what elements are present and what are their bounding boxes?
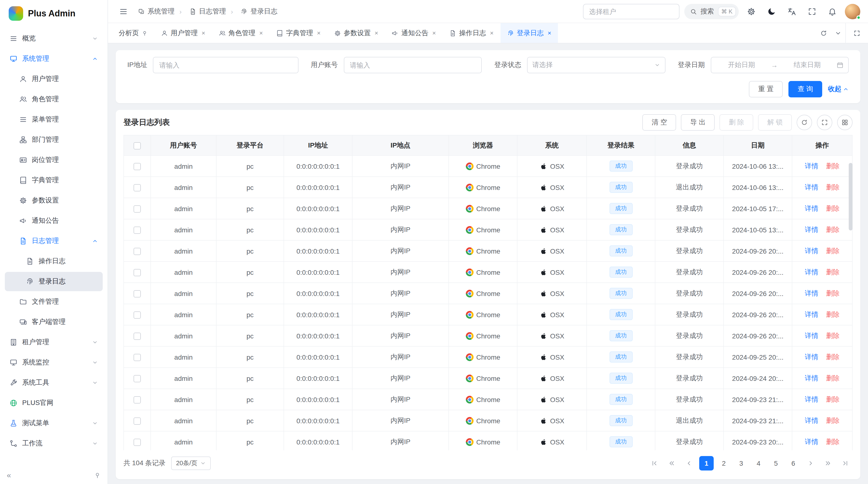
tab-close-icon[interactable]: × [202,29,205,37]
dark-mode-moon-icon[interactable] [764,4,779,19]
detail-link[interactable]: 详情 [805,310,818,318]
sidebar-menu-item[interactable]: 通知公告 [5,211,103,230]
sidebar-menu-item[interactable]: 工作流 [5,434,103,453]
ip-address-input[interactable] [153,57,298,73]
toolbar-button[interactable]: 导 出 [681,114,715,131]
breadcrumb-item[interactable]: 系统管理 [138,7,175,16]
delete-link[interactable]: 删除 [826,438,840,445]
row-checkbox[interactable] [133,417,141,425]
delete-link[interactable]: 删除 [826,310,840,318]
row-checkbox[interactable] [133,227,141,234]
sidebar-menu-item[interactable]: 系统工具 [5,373,103,392]
tab-close-icon[interactable]: × [375,29,378,37]
row-checkbox[interactable] [133,290,141,297]
delete-link[interactable]: 删除 [826,204,840,212]
login-date-range-picker[interactable]: 开始日期 → 结束日期 [711,57,849,73]
detail-link[interactable]: 详情 [805,162,818,169]
page-number-button[interactable]: 6 [786,456,801,471]
toolbar-button[interactable]: 删 除 [719,114,753,131]
jump-back-button[interactable] [664,456,679,471]
row-checkbox[interactable] [133,248,141,255]
detail-link[interactable]: 详情 [805,331,818,339]
user-account-input[interactable] [344,57,482,73]
page-number-button[interactable]: 3 [734,456,748,471]
sidebar-menu-item[interactable]: 文件管理 [5,292,103,312]
detail-link[interactable]: 详情 [805,438,818,445]
tenant-select[interactable] [583,4,679,19]
tabs-dropdown-chevron-icon[interactable] [831,26,845,40]
row-checkbox[interactable] [133,396,141,404]
row-checkbox[interactable] [133,184,141,191]
sidebar-menu-item[interactable]: 客户端管理 [5,312,103,332]
select-all-checkbox[interactable] [133,142,141,150]
delete-link[interactable]: 删除 [826,374,840,382]
sidebar-menu-item[interactable]: 系统管理 [5,49,103,68]
delete-link[interactable]: 删除 [826,353,840,360]
tab-close-icon[interactable]: × [432,29,436,37]
sidebar-menu-item[interactable]: 字典管理 [5,171,103,190]
first-page-button[interactable] [647,456,661,471]
delete-link[interactable]: 删除 [826,268,840,276]
page-tab[interactable]: 角色管理 × [212,23,270,43]
page-tab[interactable]: 字典管理 × [270,23,327,43]
detail-link[interactable]: 详情 [805,289,818,297]
sidebar-menu-item[interactable]: PLUS官网 [5,393,103,413]
sidebar-collapse-button[interactable]: « [7,471,11,480]
row-checkbox[interactable] [133,439,141,446]
page-number-button[interactable]: 4 [751,456,766,471]
delete-link[interactable]: 删除 [826,331,840,339]
global-search[interactable]: 搜索 ⌘ K [684,4,739,19]
row-checkbox[interactable] [133,354,141,361]
prev-page-button[interactable] [682,456,696,471]
delete-link[interactable]: 删除 [826,395,840,403]
row-checkbox[interactable] [133,333,141,340]
translate-icon[interactable] [784,4,800,19]
sidebar-menu-item[interactable]: 用户管理 [5,69,103,89]
page-size-select[interactable]: 20条/页 [171,456,211,470]
breadcrumb-item[interactable]: 日志管理 [175,7,226,16]
row-checkbox[interactable] [133,269,141,276]
sidebar-menu-item[interactable]: 操作日志 [5,252,103,271]
page-number-button[interactable]: 2 [717,456,731,471]
tab-close-icon[interactable]: × [490,29,494,37]
row-checkbox[interactable] [133,375,141,382]
tab-close-icon[interactable]: × [548,29,551,37]
delete-link[interactable]: 删除 [826,247,840,254]
detail-link[interactable]: 详情 [805,374,818,382]
sidebar-pin-icon[interactable] [94,472,101,479]
jump-forward-button[interactable] [821,456,835,471]
sidebar-menu-item[interactable]: 概览 [5,29,103,48]
detail-link[interactable]: 详情 [805,225,818,233]
fullscreen-icon[interactable] [804,4,820,19]
detail-link[interactable]: 详情 [805,268,818,276]
delete-link[interactable]: 删除 [826,183,840,191]
next-page-button[interactable] [803,456,818,471]
app-logo[interactable]: Plus Admin [0,0,107,27]
reset-button[interactable]: 重 置 [749,81,783,97]
toolbar-button[interactable]: 解 锁 [758,114,792,131]
page-tab[interactable]: 用户管理 × [154,23,212,43]
detail-link[interactable]: 详情 [805,247,818,254]
settings-gear-icon[interactable] [744,4,759,19]
page-number-button[interactable]: 1 [699,456,714,471]
user-avatar[interactable] [845,4,860,19]
sidebar-menu-item[interactable]: 日志管理 [5,231,103,251]
row-checkbox[interactable] [133,312,141,319]
notification-bell-icon[interactable] [825,4,840,19]
sidebar-menu-item[interactable]: 菜单管理 [5,110,103,129]
page-tab[interactable]: 登录日志 × [500,23,558,43]
last-page-button[interactable] [838,456,852,471]
sidebar-menu-item[interactable]: 参数设置 [5,191,103,210]
breadcrumb-item[interactable]: 登录日志 [226,7,277,16]
page-number-button[interactable]: 5 [769,456,783,471]
delete-link[interactable]: 删除 [826,289,840,297]
login-status-select[interactable]: 请选择 [527,57,665,73]
page-tab[interactable]: 通知公告 × [385,23,443,43]
page-tab[interactable]: 分析页 [112,23,154,43]
tab-close-icon[interactable]: × [317,29,320,37]
sidebar-menu-item[interactable]: 测试菜单 [5,414,103,433]
sidebar-menu-item[interactable]: 角色管理 [5,90,103,109]
sidebar-menu-item[interactable]: 部门管理 [5,130,103,150]
tabs-refresh-icon[interactable] [816,26,831,40]
table-columns-icon[interactable] [837,115,852,130]
